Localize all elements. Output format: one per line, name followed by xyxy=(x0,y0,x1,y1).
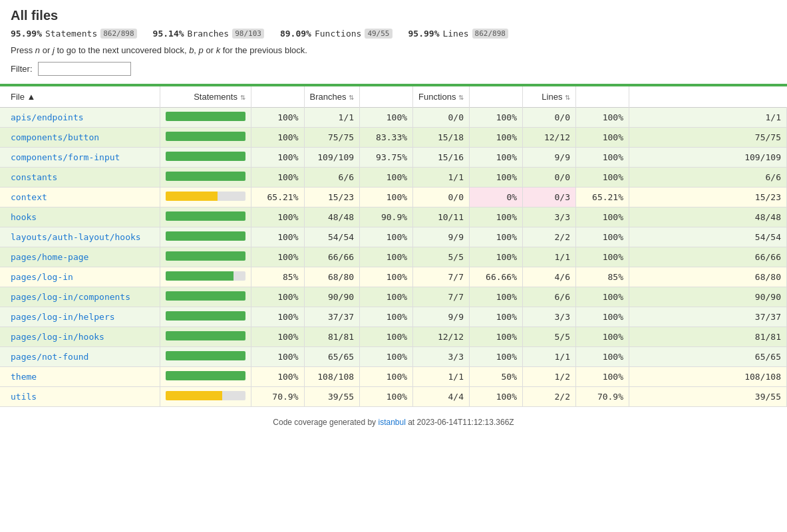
fn-count-cell: 0/0 xyxy=(523,108,576,128)
th-functions[interactable]: Functions ⇅ xyxy=(413,86,470,108)
bar-fill xyxy=(166,211,245,221)
branch-pct-cell: 100% xyxy=(360,227,413,247)
line-pct-cell: 100% xyxy=(576,347,629,367)
file-link[interactable]: apis/endpoints xyxy=(11,112,84,122)
branch-pct-cell: 90.9% xyxy=(360,207,413,227)
footer-text: Code coverage generated by xyxy=(273,418,376,427)
bar-container xyxy=(166,291,245,301)
branch-count-cell: 9/9 xyxy=(413,227,470,247)
stmt-count-cell: 37/37 xyxy=(304,307,360,327)
stat-badge: 98/103 xyxy=(232,29,264,39)
file-cell: pages/log-in xyxy=(0,267,160,287)
file-link[interactable]: hooks xyxy=(11,212,37,222)
stmt-count-cell: 48/48 xyxy=(304,207,360,227)
table-row: layouts/auth-layout/hooks 100% 54/54 100… xyxy=(0,227,787,247)
stat-pct: 89.09% xyxy=(280,29,311,39)
filter-row: Filter: xyxy=(11,62,776,76)
bar-cell xyxy=(160,267,251,287)
stmt-count-cell: 1/1 xyxy=(304,108,360,128)
stmt-count-cell: 6/6 xyxy=(304,168,360,188)
branch-pct-cell: 100% xyxy=(360,287,413,307)
file-link[interactable]: pages/log-in/helpers xyxy=(11,312,115,322)
th-functions-count xyxy=(470,86,523,108)
bar-fill xyxy=(166,172,245,181)
bar-fill xyxy=(166,231,245,241)
file-link[interactable]: constants xyxy=(11,172,57,182)
file-link[interactable]: pages/not-found xyxy=(11,352,88,362)
fn-pct-cell: 100% xyxy=(470,307,523,327)
info-text: Press n or j to go to the next uncovered… xyxy=(11,45,776,55)
file-link[interactable]: theme xyxy=(11,372,37,382)
file-link[interactable]: pages/log-in/hooks xyxy=(11,332,104,342)
file-link[interactable]: utils xyxy=(11,392,37,402)
file-link[interactable]: context xyxy=(11,192,47,202)
th-file[interactable]: File ▲ xyxy=(0,86,160,108)
bar-cell xyxy=(160,168,251,188)
line-pct-cell: 70.9% xyxy=(576,387,629,407)
bar-container xyxy=(166,132,245,141)
bar-container xyxy=(166,391,245,400)
line-count-cell: 68/80 xyxy=(629,267,787,287)
stat-label: Statements xyxy=(45,29,97,39)
bar-container xyxy=(166,271,245,281)
file-link[interactable]: pages/log-in/components xyxy=(11,292,130,302)
fn-count-cell: 1/1 xyxy=(523,347,576,367)
file-link[interactable]: components/form-input xyxy=(11,152,120,162)
file-cell: pages/log-in/components xyxy=(0,287,160,307)
line-pct-cell: 100% xyxy=(576,227,629,247)
file-link[interactable]: components/button xyxy=(11,132,99,142)
fn-pct-cell: 100% xyxy=(470,128,523,148)
page-header: All files 95.99% Statements 862/89895.14… xyxy=(0,0,787,84)
bar-fill xyxy=(166,291,245,301)
bar-cell xyxy=(160,347,251,367)
th-statements-count xyxy=(251,86,304,108)
filter-input[interactable] xyxy=(38,62,131,76)
bar-cell xyxy=(160,367,251,387)
table-row: context 65.21% 15/23 100% 0/0 0% 0/3 65.… xyxy=(0,188,787,207)
bar-container xyxy=(166,331,245,340)
bar-fill xyxy=(166,112,245,121)
file-cell: apis/endpoints xyxy=(0,108,160,128)
fn-count-cell: 12/12 xyxy=(523,128,576,148)
line-pct-cell: 85% xyxy=(576,267,629,287)
bar-cell xyxy=(160,387,251,407)
branch-pct-cell: 100% xyxy=(360,347,413,367)
istanbul-link[interactable]: istanbul xyxy=(378,418,405,427)
table-row: pages/log-in/hooks 100% 81/81 100% 12/12… xyxy=(0,327,787,347)
fn-pct-cell: 66.66% xyxy=(470,267,523,287)
th-lines[interactable]: Lines ⇅ xyxy=(523,86,576,108)
fn-pct-cell: 100% xyxy=(470,227,523,247)
branch-count-cell: 15/18 xyxy=(413,128,470,148)
stmt-pct-cell: 100% xyxy=(251,287,304,307)
fn-count-cell: 1/1 xyxy=(523,247,576,267)
stmt-pct-cell: 100% xyxy=(251,307,304,327)
branch-pct-cell: 100% xyxy=(360,267,413,287)
stmt-count-cell: 15/23 xyxy=(304,188,360,207)
fn-pct-cell: 0% xyxy=(470,188,523,207)
table-row: pages/not-found 100% 65/65 100% 3/3 100%… xyxy=(0,347,787,367)
file-cell: pages/log-in/helpers xyxy=(0,307,160,327)
bar-cell xyxy=(160,327,251,347)
table-body: apis/endpoints 100% 1/1 100% 0/0 100% 0/… xyxy=(0,108,787,407)
line-pct-cell: 100% xyxy=(576,128,629,148)
fn-pct-cell: 100% xyxy=(470,207,523,227)
stat-item: 95.99% Lines 862/898 xyxy=(408,29,508,39)
th-branches[interactable]: Branches ⇅ xyxy=(304,86,360,108)
branch-count-cell: 3/3 xyxy=(413,347,470,367)
th-statements[interactable]: Statements ⇅ xyxy=(160,86,251,108)
line-pct-cell: 100% xyxy=(576,327,629,347)
stat-badge: 49/55 xyxy=(365,29,392,39)
file-link[interactable]: layouts/auth-layout/hooks xyxy=(11,232,141,242)
th-branches-count xyxy=(360,86,413,108)
line-count-cell: 90/90 xyxy=(629,287,787,307)
footer: Code coverage generated by istanbul at 2… xyxy=(0,407,787,438)
bar-container xyxy=(166,192,245,201)
table-row: constants 100% 6/6 100% 1/1 100% 0/0 100… xyxy=(0,168,787,188)
stmt-pct-cell: 100% xyxy=(251,108,304,128)
stmt-pct-cell: 100% xyxy=(251,128,304,148)
bar-fill xyxy=(166,331,245,340)
line-count-cell: 6/6 xyxy=(629,168,787,188)
fn-count-cell: 4/6 xyxy=(523,267,576,287)
file-link[interactable]: pages/home-page xyxy=(11,252,88,262)
file-link[interactable]: pages/log-in xyxy=(11,272,73,282)
